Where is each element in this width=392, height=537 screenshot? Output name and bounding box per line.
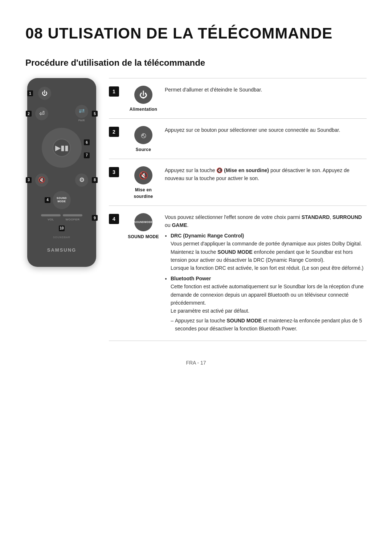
samsung-label: SAMSUNG [47, 247, 76, 254]
main-content: 1 ⏻ 2 ⏎ ⮂ PAIR 5 ▶▮▮ [25, 78, 367, 341]
sound-mode-icon-large: SOUND MODE [134, 213, 152, 231]
instruction-row-1: 1 ⏻ Alimentation Permet d'allumer et d'é… [109, 78, 367, 119]
pair-label: PAIR [78, 119, 85, 123]
instruction-row-2: 2 ⎋ Source Appuyez sur ce bouton pour sé… [109, 119, 367, 159]
vol-slider[interactable] [41, 214, 61, 216]
instructions-table: 1 ⏻ Alimentation Permet d'allumer et d'é… [109, 78, 367, 341]
source-button[interactable]: ⏎ [35, 107, 48, 120]
mute-icon-large: 🔇 [134, 166, 152, 184]
instr-icon-col-3: 🔇 Mise ensourdine [127, 165, 160, 200]
power-button[interactable]: ⏻ [38, 87, 51, 100]
badge-9: 9 [92, 215, 98, 221]
play-pause-button[interactable]: ▶▮▮ [53, 139, 71, 157]
woofer-label: WOOFER [66, 217, 80, 222]
instr-num-1: 1 [109, 86, 119, 97]
instr-num-2: 2 [109, 127, 119, 137]
instr-label-2: Source [136, 146, 151, 153]
instr-label-3: Mise ensourdine [134, 187, 153, 200]
instr-icon-col-4: SOUND MODE SOUND MODE [127, 212, 160, 240]
instruction-row-4: 4 SOUND MODE SOUND MODE Vous pouvez séle… [109, 206, 367, 341]
woofer-slider[interactable] [63, 214, 82, 216]
bluetooth-button[interactable]: ⮂ [75, 105, 88, 118]
remote-control: 1 ⏻ 2 ⏎ ⮂ PAIR 5 ▶▮▮ [27, 78, 96, 267]
instr-label-1: Alimentation [130, 106, 157, 113]
instruction-row-3: 3 🔇 Mise ensourdine Appuyez sur la touch… [109, 159, 367, 206]
badge-5: 5 [92, 111, 98, 117]
power-icon-large: ⏻ [134, 86, 152, 104]
page-title: 08 UTLISATION DE LA TÉLÉCOMMANDE [25, 22, 367, 45]
instr-text-1: Permet d'allumer et d'éteindre le Soundb… [165, 84, 367, 94]
settings-button[interactable]: ⚙ [75, 174, 88, 187]
mute-button[interactable]: 🔇 [35, 174, 48, 187]
nav-ring: ▶▮▮ [42, 128, 82, 168]
page-footer: FRA - 17 [25, 359, 367, 367]
badge-4: 4 [45, 197, 50, 203]
badge-8: 8 [92, 177, 98, 183]
instr-text-3: Appuyez sur la touche 🔇 (Mise en sourdin… [165, 165, 367, 183]
badge-2: 2 [26, 111, 32, 117]
badge-1: 1 [27, 90, 33, 96]
badge-7: 7 [84, 152, 90, 158]
remote-image: 1 ⏻ 2 ⏎ ⮂ PAIR 5 ▶▮▮ [25, 78, 98, 267]
instr-text-4: Vous pouvez sélectionner l'effet sonore … [165, 212, 367, 335]
instr-icon-col-2: ⎋ Source [127, 125, 160, 153]
page-number: FRA - 17 [186, 360, 206, 366]
instr-num-4: 4 [109, 214, 119, 224]
badge-3: 3 [26, 177, 32, 183]
page-subtitle: Procédure d'utilisation de la télécomman… [25, 56, 367, 69]
instr-label-4: SOUND MODE [128, 233, 159, 240]
vol-label: VOL [48, 217, 54, 222]
instr-text-2: Appuyez sur ce bouton pour sélectionner … [165, 125, 367, 134]
instr-icon-col-1: ⏻ Alimentation [127, 84, 160, 113]
source-icon-large: ⎋ [134, 126, 152, 144]
instr-num-3: 3 [109, 167, 119, 177]
soundbar-label: SOUNDBAR [53, 236, 70, 240]
badge-6: 6 [84, 139, 90, 145]
badge-10: 10 [59, 225, 65, 231]
sound-mode-button[interactable]: SOUND MODE [53, 191, 71, 209]
